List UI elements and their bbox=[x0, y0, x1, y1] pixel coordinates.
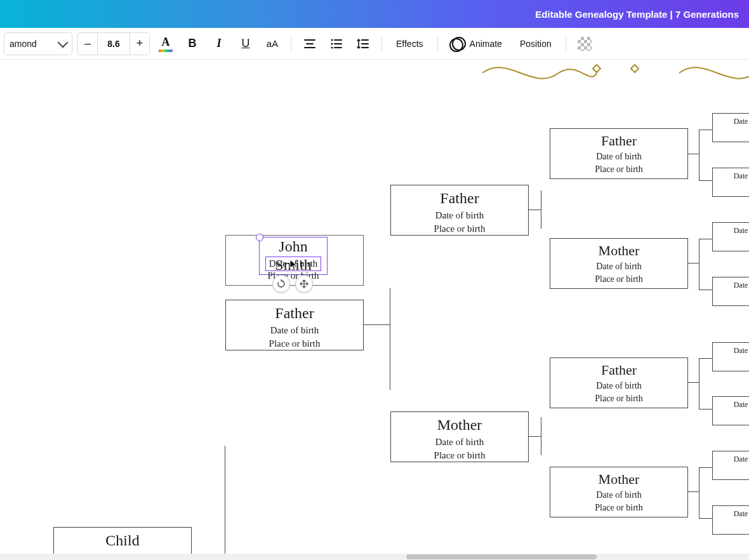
person-card[interactable]: Father Date of birth Place or birth bbox=[550, 357, 688, 408]
person-place: Place or birth bbox=[394, 222, 526, 236]
svg-point-1 bbox=[331, 43, 333, 44]
toolbar-divider bbox=[566, 36, 566, 51]
connector-line bbox=[364, 324, 390, 325]
person-dob: Date bbox=[715, 454, 749, 465]
connector-line bbox=[688, 382, 699, 383]
move-handle[interactable] bbox=[295, 275, 313, 293]
selection-handle[interactable] bbox=[256, 234, 263, 241]
person-card-partial[interactable]: Date bbox=[712, 396, 749, 425]
person-place: Place or birth bbox=[553, 273, 685, 286]
person-name: Father bbox=[394, 189, 526, 208]
connector-line bbox=[699, 467, 712, 468]
text-toolbar: amond – 8.6 + A B I U aA Effects bbox=[0, 28, 749, 60]
spacing-icon bbox=[357, 37, 369, 50]
person-name: Father bbox=[553, 133, 685, 149]
person-card-partial[interactable]: Date bbox=[712, 277, 749, 306]
font-size-group: – 8.6 + bbox=[77, 32, 150, 55]
connector-line bbox=[699, 467, 699, 518]
connector-line bbox=[529, 436, 541, 437]
person-card-partial[interactable]: Date bbox=[712, 505, 749, 535]
text-color-button[interactable]: A bbox=[155, 33, 176, 55]
person-card[interactable]: Mother Date of birth Place or birth bbox=[390, 411, 529, 462]
bold-button[interactable]: B bbox=[182, 33, 203, 55]
person-card[interactable]: Mother Date of birth Place or birth bbox=[550, 467, 688, 517]
title-bar: Editable Genealogy Template | 7 Generati… bbox=[0, 0, 749, 28]
person-card[interactable]: Father Date of birth Place or birth bbox=[550, 128, 688, 179]
font-family-value: amond bbox=[10, 39, 37, 49]
transparency-button[interactable] bbox=[574, 33, 595, 55]
person-card-partial[interactable]: Date bbox=[712, 451, 749, 480]
svg-point-2 bbox=[331, 46, 333, 48]
text-color-icon: A bbox=[159, 36, 173, 52]
list-button[interactable] bbox=[326, 33, 347, 55]
animate-button[interactable]: Animate bbox=[446, 33, 508, 55]
connector-line bbox=[699, 180, 712, 181]
align-button[interactable] bbox=[299, 33, 321, 55]
list-icon bbox=[330, 37, 343, 50]
font-size-decrease-button[interactable]: – bbox=[78, 33, 97, 55]
rotate-icon bbox=[277, 279, 286, 288]
document-title: Editable Genealogy Template | 7 Generati… bbox=[535, 9, 739, 20]
person-card-partial[interactable]: Date bbox=[712, 342, 749, 371]
connector-line bbox=[390, 288, 390, 390]
connector-line bbox=[699, 130, 712, 130]
toolbar-divider bbox=[291, 36, 291, 51]
connector-line bbox=[699, 239, 712, 239]
person-dob: Date of birth bbox=[394, 209, 526, 222]
font-size-input[interactable]: 8.6 bbox=[97, 33, 130, 55]
person-dob: Date of birth bbox=[553, 260, 685, 273]
connector-line bbox=[699, 290, 712, 290]
person-card-partial[interactable]: Date bbox=[712, 222, 749, 251]
person-dob: Date of birth bbox=[229, 324, 361, 337]
person-name: Mother bbox=[553, 243, 685, 259]
connector-line bbox=[699, 130, 699, 180]
person-dob: Date bbox=[715, 509, 749, 519]
person-place: Place or birth bbox=[553, 502, 685, 514]
person-card[interactable]: Father Date of birth Place or birth bbox=[225, 300, 364, 350]
person-card[interactable]: Father Date of birth Place or birth bbox=[390, 185, 529, 236]
font-size-increase-button[interactable]: + bbox=[130, 33, 149, 55]
connector-line bbox=[688, 263, 699, 263]
person-dob: Date bbox=[715, 280, 749, 291]
person-name: Father bbox=[553, 362, 685, 378]
move-icon bbox=[300, 279, 308, 288]
underline-button[interactable]: U bbox=[235, 33, 256, 55]
italic-button[interactable]: I bbox=[208, 33, 230, 55]
animate-icon bbox=[452, 37, 466, 51]
align-center-icon bbox=[303, 37, 316, 50]
person-place: Place or birth bbox=[553, 392, 685, 405]
position-button[interactable]: Position bbox=[514, 33, 558, 55]
toolbar-divider bbox=[381, 36, 382, 51]
horizontal-scrollbar[interactable] bbox=[0, 554, 749, 560]
connector-line bbox=[699, 409, 712, 410]
person-card-partial[interactable]: Date bbox=[712, 168, 749, 197]
person-name: Mother bbox=[394, 416, 526, 434]
person-place: Place or birth bbox=[229, 337, 361, 350]
design-canvas[interactable]: John Smith Date of birth Place or birth … bbox=[0, 60, 749, 560]
person-dob: Date bbox=[715, 345, 749, 356]
selected-place-text[interactable]: Place or birth bbox=[255, 269, 331, 283]
person-name: Child bbox=[56, 531, 189, 550]
connector-line bbox=[699, 358, 699, 409]
person-name: Mother bbox=[553, 471, 685, 488]
uppercase-button[interactable]: aA bbox=[262, 33, 283, 55]
svg-point-0 bbox=[331, 39, 333, 41]
chevron-down-icon bbox=[58, 37, 69, 48]
connector-line bbox=[225, 446, 225, 554]
rotate-handle[interactable] bbox=[272, 275, 290, 293]
font-family-select[interactable]: amond bbox=[4, 32, 72, 55]
spacing-button[interactable] bbox=[352, 33, 374, 55]
person-dob: Date of birth bbox=[553, 380, 685, 392]
toolbar-divider bbox=[437, 36, 438, 51]
person-dob: Date of birth bbox=[553, 489, 685, 502]
person-card[interactable]: Mother Date of birth Place or birth bbox=[550, 238, 688, 289]
effects-button[interactable]: Effects bbox=[390, 33, 430, 55]
person-place: Place or birth bbox=[394, 449, 526, 462]
person-card-partial[interactable]: Date bbox=[712, 113, 749, 142]
person-dob: Date of birth bbox=[394, 436, 526, 449]
scrollbar-thumb[interactable] bbox=[406, 554, 597, 559]
connector-line bbox=[699, 358, 712, 359]
person-dob: Date bbox=[715, 225, 749, 236]
person-dob: Date bbox=[715, 171, 749, 182]
person-name: Father bbox=[229, 304, 361, 323]
